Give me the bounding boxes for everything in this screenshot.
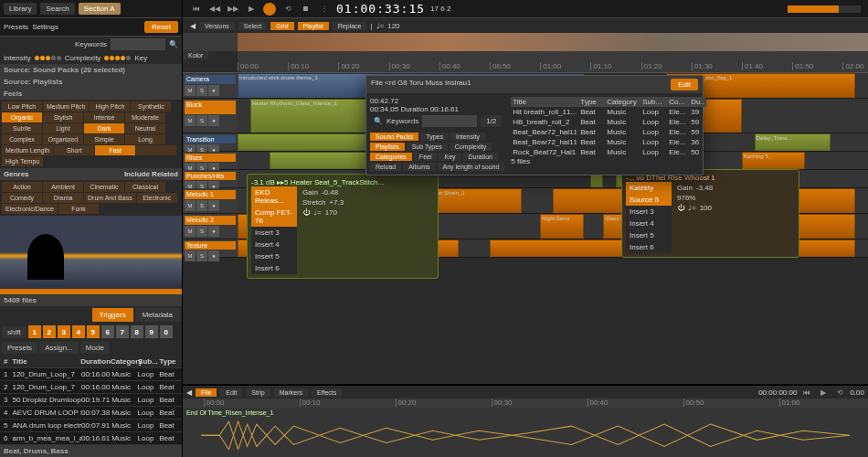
fx-insert-slot[interactable]: Kalékty [626, 182, 672, 194]
section-btn[interactable]: Section A [79, 3, 121, 15]
track-name[interactable]: Block [185, 101, 236, 114]
genre-tag[interactable]: Drama [43, 193, 83, 203]
feel-tag[interactable]: Fast [95, 145, 135, 155]
feels-hdr[interactable]: Feels [0, 88, 182, 100]
track-name[interactable]: Rises [185, 154, 236, 162]
clip[interactable]: Kaching T... [742, 152, 805, 169]
presets-dd2[interactable]: Presets [2, 342, 37, 354]
playlist-btn[interactable]: Playlist [298, 22, 329, 30]
be-tab-edit[interactable]: Edit [220, 388, 242, 397]
feel-tag[interactable]: Medium Length [2, 145, 53, 155]
feel-tag[interactable]: Long [125, 134, 165, 144]
mode-dd[interactable]: Mode [80, 342, 110, 354]
tab-triggers[interactable]: Triggers [92, 308, 133, 322]
feel-tag[interactable]: High Tempo [2, 156, 43, 166]
feel-tag[interactable]: Intense [84, 112, 124, 122]
record-btn[interactable] [263, 3, 276, 16]
tempo-value[interactable]: 120 [387, 22, 399, 30]
solo-btn[interactable]: S [196, 200, 207, 211]
grid-btn[interactable]: Grid [270, 22, 293, 30]
mute-btn[interactable]: M [185, 226, 196, 237]
tab-search[interactable]: Search [40, 3, 74, 15]
table-row[interactable]: 5ANA drum loop electro...00:07.91MusicLo… [0, 420, 182, 432]
pad-btn[interactable]: 1 [28, 325, 41, 338]
include-related[interactable]: Include Related [124, 170, 178, 178]
pad-btn[interactable]: 8 [131, 325, 143, 338]
fx-insert-slot[interactable]: Insert 6 [626, 241, 672, 253]
fx-insert-slot[interactable]: Insert 3 [626, 206, 672, 218]
feel-tag[interactable]: Simple [84, 134, 124, 144]
track-name[interactable]: Punches/Hits [185, 172, 236, 180]
rec-arm-btn[interactable]: ● [208, 85, 219, 96]
pad-btn[interactable]: 5 [87, 325, 100, 338]
shift-btn[interactable]: shift [2, 326, 26, 338]
popup-filter[interactable]: Types [420, 133, 449, 141]
genre-tag[interactable]: Cinematic [84, 182, 124, 192]
forward-btn[interactable]: ▶▶ [227, 3, 239, 16]
video-thumbnails[interactable] [238, 33, 868, 51]
popup-filter[interactable]: Key [439, 153, 460, 161]
clip[interactable]: Strain Strain_1 [427, 188, 522, 213]
feel-tag[interactable]: High Pitch [90, 101, 130, 112]
pad-btn[interactable]: 7 [116, 325, 129, 338]
fx-insert-slot[interactable]: Insert 3 [251, 227, 297, 239]
popup-filter[interactable]: Intensity [450, 133, 485, 141]
popup-result-row[interactable]: Rock_Beat72_Hal11...BeatMusicLoopEle...5… [511, 147, 706, 157]
genre-tag[interactable]: Action [2, 182, 42, 192]
fx-insert-slot[interactable]: Comp FET-76 [251, 207, 297, 227]
mute-btn[interactable]: M [185, 85, 196, 96]
pad-btn[interactable]: 0 [160, 325, 173, 338]
fx-insert-slot[interactable]: Insert 6 [251, 262, 297, 274]
be-tab-strip[interactable]: Strip [246, 388, 270, 397]
feel-tag[interactable]: Medium Pitch [43, 101, 89, 112]
solo-btn[interactable]: S [196, 85, 207, 96]
kolor-btn[interactable]: Kolor [183, 51, 208, 59]
genre-tag[interactable]: Classical [125, 182, 165, 192]
loop-btn[interactable]: ⟲ [281, 3, 294, 16]
track-name[interactable]: Texture [185, 241, 236, 250]
popup-filter[interactable]: Sound Packs [370, 133, 418, 141]
popup-edit-btn[interactable]: Edit [671, 79, 698, 90]
rec-arm-btn[interactable]: ● [208, 226, 219, 237]
be-rewind-btn[interactable]: ⏮ [800, 386, 813, 399]
track-name[interactable]: Melodic 2 [185, 216, 236, 225]
feel-tag[interactable]: Synthetic [131, 101, 171, 112]
complexity-dots[interactable] [104, 56, 131, 60]
fx1-power-icon[interactable]: ⏻ [302, 208, 310, 217]
popup-keywords-input[interactable] [422, 115, 477, 127]
tab-metadata[interactable]: Metadata [135, 308, 180, 322]
clip[interactable]: Night Sand [540, 214, 584, 239]
pad-btn[interactable]: 4 [72, 325, 85, 338]
popup-filter[interactable]: Reload [370, 163, 401, 171]
genre-tag[interactable]: Electronic [137, 193, 177, 203]
be-chevron-icon[interactable]: ◀ [186, 388, 192, 397]
settings-dd[interactable]: Settings [32, 23, 58, 31]
pad-btn[interactable]: 2 [43, 325, 56, 338]
be-play-btn[interactable]: ▶ [817, 386, 830, 399]
table-row[interactable]: 1120_Drum_Loop_700:16.00MusicLoopBeat [0, 368, 182, 381]
search-icon[interactable]: 🔍 [169, 40, 178, 48]
table-row[interactable]: 6arm_b_mea_mea_l_am...00:16.61MusicLoopB… [0, 432, 182, 445]
fx-insert-slot[interactable]: EKD Releas... [251, 186, 297, 207]
fx-insert-slot[interactable]: Insert 4 [251, 239, 297, 250]
genre-tag[interactable]: Drum And Bass [84, 193, 136, 203]
feel-tag[interactable]: Organized [43, 134, 83, 144]
popup-filter[interactable]: Categories [370, 153, 412, 161]
feel-tag[interactable]: Low Pitch [2, 101, 42, 112]
popup-result-row[interactable]: Beat_Bear72_hal11...BeatMusicLoopEle...3… [511, 137, 706, 147]
rec-arm-btn[interactable]: ● [208, 250, 219, 261]
pad-btn[interactable]: 9 [145, 325, 158, 338]
popup-filter[interactable]: Complexity [450, 143, 492, 151]
solo-btn[interactable]: S [196, 250, 207, 261]
source-playlists-hdr[interactable]: Source: Playlists [0, 76, 182, 88]
reset-btn[interactable]: Reset [144, 21, 178, 33]
feel-tag[interactable]: Organic [2, 112, 42, 122]
chevron-left-icon[interactable]: ◀ [190, 22, 196, 30]
feel-tag[interactable] [136, 145, 176, 155]
be-tab-markers[interactable]: Markers [274, 388, 308, 397]
fx2-power-icon[interactable]: ⏻ [677, 204, 684, 212]
fx-insert-slot[interactable]: Insert 5 [626, 229, 672, 241]
versions-btn[interactable]: Versions [199, 22, 235, 30]
table-row[interactable]: 4AEVC DRUM LOOP 576...00:07.38MusicLoopB… [0, 407, 182, 420]
be-tab-effects[interactable]: Effects [312, 388, 342, 397]
